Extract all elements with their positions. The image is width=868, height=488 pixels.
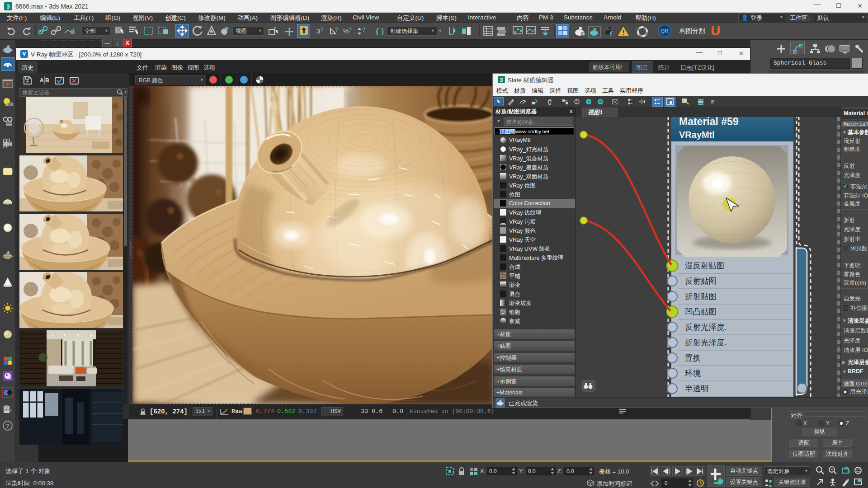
svg-text:?: ? [321,27,324,33]
svg-text:Material #59: Material #59 [679,117,739,127]
svg-text:反射光泽度.: 反射光泽度. [685,323,726,332]
svg-text:折射贴图: 折射贴图 [685,292,717,301]
svg-text:3: 3 [500,77,503,83]
svg-text:3: 3 [6,3,9,10]
svg-text:漫反射贴图: 漫反射贴图 [685,261,725,270]
svg-text:折射光泽度.: 折射光泽度. [685,338,726,347]
svg-text:VRayMtl: VRayMtl [679,130,715,140]
svg-text:?: ? [349,27,352,33]
svg-text:?: ? [335,27,338,33]
svg-text:m: m [711,99,714,105]
svg-text:B: B [45,77,49,84]
svg-text:A: A [40,77,44,84]
svg-text:?: ? [362,27,365,33]
svg-text:半透明: 半透明 [685,384,709,393]
svg-text:3: 3 [316,27,320,35]
svg-text:环境: 环境 [684,369,701,378]
svg-text:?: ? [6,422,9,429]
svg-text:}: } [380,28,385,36]
svg-text:O: O [613,99,617,105]
svg-text:QR: QR [660,28,669,34]
svg-text:置换: 置换 [685,353,701,362]
svg-text:{: { [375,28,379,36]
svg-text:反射贴图: 反射贴图 [685,277,717,286]
svg-text:%: % [343,28,349,35]
svg-text:凹凸贴图: 凹凸贴图 [685,307,717,316]
